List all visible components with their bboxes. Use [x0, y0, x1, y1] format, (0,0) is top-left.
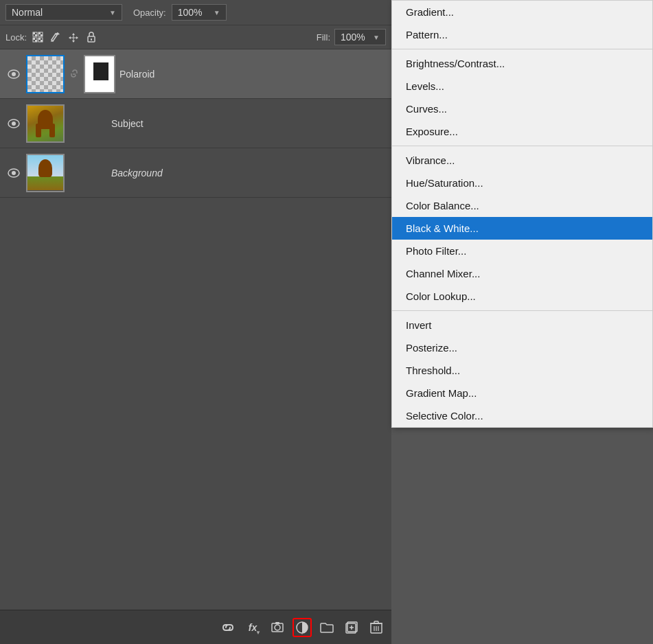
svg-rect-4	[38, 32, 41, 34]
menu-item-color_balance[interactable]: Color Balance...	[392, 194, 652, 217]
layer-mask-polaroid	[84, 55, 115, 93]
svg-point-18	[12, 122, 16, 126]
menu-item-curves[interactable]: Curves...	[392, 97, 652, 120]
svg-rect-5	[41, 34, 43, 36]
fill-value: 100%	[341, 32, 365, 43]
menu-item-posterize[interactable]: Posterize...	[392, 336, 652, 359]
layer-name-polaroid: Polaroid	[119, 69, 386, 80]
layers-panel: Normal ▼ Opacity: 100% ▼ Lock:	[0, 0, 391, 644]
svg-rect-13	[91, 38, 92, 41]
menu-item-hue_saturation[interactable]: Hue/Saturation...	[392, 172, 652, 194]
menu-item-vibrance[interactable]: Vibrance...	[392, 149, 652, 172]
svg-rect-1	[33, 32, 35, 34]
lock-transparent-icon[interactable]	[31, 30, 45, 44]
opacity-select[interactable]: 100% ▼	[172, 4, 227, 21]
svg-point-15	[12, 72, 16, 76]
fill-arrow-icon: ▼	[373, 34, 380, 41]
layer-visibility-polaroid[interactable]	[5, 66, 22, 82]
fill-select[interactable]: 100% ▼	[334, 29, 386, 45]
layer-link-polaroid-icon[interactable]	[69, 69, 80, 80]
menu-item-threshold[interactable]: Threshold...	[392, 359, 652, 382]
svg-rect-33	[374, 621, 378, 623]
svg-point-22	[275, 625, 280, 630]
blend-mode-value: Normal	[12, 7, 109, 18]
add-layer-style-button[interactable]: fx ▼	[243, 618, 262, 637]
menu-item-color_lookup[interactable]: Color Lookup...	[392, 285, 652, 308]
lock-position-icon[interactable]	[67, 30, 80, 44]
layers-toolbar: fx ▼	[0, 610, 391, 644]
layer-thumb-polaroid	[26, 55, 65, 93]
link-layers-button[interactable]	[218, 618, 238, 637]
svg-rect-8	[35, 40, 37, 42]
layer-name-background: Background	[111, 168, 386, 179]
menu-item-pattern[interactable]: Pattern...	[392, 23, 652, 46]
menu-item-gradient_map[interactable]: Gradient Map...	[392, 382, 652, 404]
layer-item-subject[interactable]: Subject	[0, 99, 391, 148]
menu-item-exposure[interactable]: Exposure...	[392, 120, 652, 143]
menu-separator	[392, 310, 652, 311]
lock-artboard-icon[interactable]	[84, 30, 98, 44]
layers-list: Polaroid Subject	[0, 49, 391, 610]
menu-item-brightness_contrast[interactable]: Brightness/Contrast...	[392, 52, 652, 75]
blend-opacity-row: Normal ▼ Opacity: 100% ▼	[0, 0, 391, 25]
svg-rect-10	[38, 38, 41, 40]
menu-item-photo_filter[interactable]: Photo Filter...	[392, 240, 652, 262]
menu-item-black_white[interactable]: Black & White...	[392, 217, 652, 240]
menu-item-invert[interactable]: Invert	[392, 314, 652, 336]
add-adjustment-layer-button[interactable]	[293, 618, 312, 637]
lock-fill-row: Lock:	[0, 25, 391, 49]
adjustment-layer-dropdown: Gradient...Pattern...Brightness/Contrast…	[391, 0, 653, 428]
layer-visibility-background[interactable]	[5, 165, 22, 181]
layer-name-subject: Subject	[111, 118, 386, 129]
blend-mode-select[interactable]: Normal ▼	[5, 4, 122, 21]
menu-separator	[392, 49, 652, 49]
create-new-layer-button[interactable]	[342, 618, 361, 637]
svg-point-20	[12, 171, 16, 175]
layer-visibility-subject[interactable]	[5, 115, 22, 132]
layer-item-background[interactable]: Background	[0, 148, 391, 198]
svg-rect-23	[275, 622, 279, 624]
svg-rect-2	[35, 34, 37, 36]
menu-item-selective_color[interactable]: Selective Color...	[392, 404, 652, 427]
opacity-arrow-icon: ▼	[214, 9, 220, 16]
blend-mode-arrow-icon: ▼	[109, 9, 116, 16]
svg-rect-11	[41, 40, 43, 42]
menu-item-channel_mixer[interactable]: Channel Mixer...	[392, 262, 652, 285]
svg-rect-7	[33, 38, 35, 40]
delete-layer-button[interactable]	[367, 618, 386, 637]
fx-dropdown-icon: ▼	[255, 630, 261, 636]
lock-image-pixels-icon[interactable]	[49, 30, 62, 44]
lock-label: Lock:	[5, 32, 27, 43]
fill-label: Fill:	[317, 32, 330, 43]
menu-item-gradient[interactable]: Gradient...	[392, 1, 652, 23]
menu-item-levels[interactable]: Levels...	[392, 75, 652, 97]
layer-thumb-subject	[26, 104, 65, 143]
opacity-value: 100%	[178, 7, 203, 18]
menu-separator	[392, 146, 652, 146]
opacity-label: Opacity:	[133, 8, 166, 18]
add-mask-button[interactable]	[268, 618, 287, 637]
create-group-button[interactable]	[317, 618, 336, 637]
layer-item-polaroid[interactable]: Polaroid	[0, 49, 391, 99]
layer-thumb-background	[26, 154, 65, 192]
